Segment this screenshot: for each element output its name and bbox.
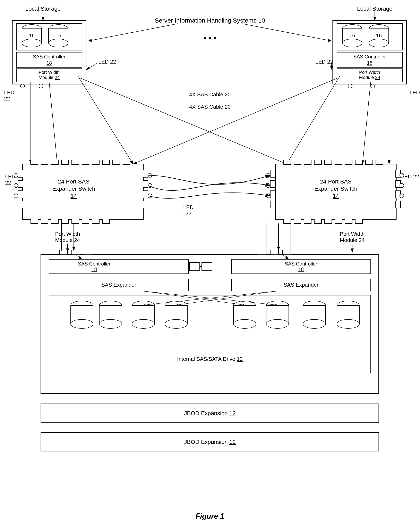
svg-rect-120 (325, 219, 332, 224)
svg-rect-121 (335, 219, 342, 224)
svg-text:• • •: • • • (203, 34, 216, 43)
svg-point-187 (165, 320, 187, 328)
svg-text:Module 24: Module 24 (39, 75, 60, 80)
svg-rect-151 (258, 250, 266, 255)
svg-rect-168 (189, 262, 200, 271)
svg-rect-97 (143, 191, 148, 198)
svg-text:Local Storage: Local Storage (25, 5, 61, 12)
svg-text:SAS Controller: SAS Controller (285, 261, 317, 267)
svg-rect-85 (82, 219, 89, 224)
svg-rect-118 (304, 219, 311, 224)
svg-rect-126 (270, 191, 275, 198)
svg-rect-76 (92, 160, 99, 164)
svg-text:24 Port SAS: 24 Port SAS (58, 178, 90, 185)
svg-rect-90 (18, 191, 23, 198)
svg-text:LED: LED (183, 204, 194, 210)
svg-point-199 (337, 320, 360, 328)
svg-rect-116 (284, 219, 291, 224)
svg-rect-111 (335, 160, 342, 164)
diagram-svg: Local Storage 16 16 SAS Controller 18 Po… (0, 0, 420, 531)
svg-rect-119 (314, 219, 321, 224)
svg-rect-112 (345, 160, 352, 164)
svg-rect-109 (314, 160, 321, 164)
svg-point-7 (22, 39, 42, 47)
svg-rect-107 (294, 160, 301, 164)
svg-rect-106 (284, 160, 291, 164)
svg-rect-84 (72, 219, 79, 224)
svg-rect-75 (82, 160, 89, 164)
svg-text:16: 16 (376, 32, 382, 39)
svg-point-31 (342, 39, 362, 47)
svg-point-93 (14, 183, 18, 188)
svg-point-137 (400, 194, 404, 198)
svg-text:14: 14 (70, 193, 77, 199)
svg-rect-83 (61, 219, 69, 224)
svg-text:JBOD Expansion 12: JBOD Expansion 12 (184, 439, 236, 445)
svg-rect-114 (365, 160, 373, 164)
svg-point-178 (71, 320, 93, 328)
svg-rect-70 (31, 160, 38, 164)
svg-point-24 (39, 84, 43, 88)
svg-rect-149 (72, 250, 80, 255)
svg-rect-72 (51, 160, 58, 164)
svg-text:LED 22: LED 22 (401, 174, 419, 180)
svg-point-184 (132, 320, 155, 328)
svg-point-136 (400, 183, 404, 188)
svg-text:LED 22: LED 22 (98, 59, 116, 65)
svg-rect-71 (41, 160, 48, 164)
svg-rect-169 (202, 262, 212, 271)
svg-text:Local Storage: Local Storage (357, 5, 392, 12)
svg-point-94 (14, 194, 18, 198)
svg-text:Module 24: Module 24 (359, 75, 380, 80)
svg-rect-127 (270, 201, 275, 208)
svg-rect-117 (294, 219, 301, 224)
svg-text:4X SAS Cable 20: 4X SAS Cable 20 (189, 104, 231, 110)
svg-text:22: 22 (185, 210, 192, 216)
svg-text:SAS Controller: SAS Controller (33, 54, 65, 60)
svg-text:Port Width: Port Width (55, 231, 80, 237)
svg-text:18: 18 (298, 267, 304, 272)
svg-rect-125 (270, 180, 275, 188)
svg-point-46 (348, 84, 352, 88)
svg-text:4X SAS Cable 20: 4X SAS Cable 20 (189, 91, 231, 97)
svg-point-196 (303, 320, 326, 328)
svg-rect-122 (345, 219, 352, 224)
svg-rect-80 (31, 219, 38, 224)
svg-point-11 (48, 39, 68, 47)
svg-rect-88 (18, 170, 23, 177)
svg-rect-160 (49, 259, 188, 274)
page-container: Local Storage 16 16 SAS Controller 18 Po… (0, 0, 420, 531)
svg-rect-153 (283, 250, 291, 255)
svg-rect-110 (325, 160, 332, 164)
svg-rect-96 (143, 180, 148, 188)
svg-text:Expander Switch: Expander Switch (314, 186, 357, 192)
svg-point-23 (20, 84, 25, 88)
svg-rect-77 (102, 160, 110, 164)
svg-text:JBOD Expansion 12: JBOD Expansion 12 (184, 410, 236, 416)
svg-rect-87 (102, 219, 110, 224)
svg-text:Module 24: Module 24 (55, 237, 80, 243)
svg-text:Figure 1: Figure 1 (195, 512, 224, 520)
svg-rect-74 (72, 160, 79, 164)
svg-rect-73 (61, 160, 69, 164)
svg-point-35 (369, 39, 389, 47)
svg-point-193 (266, 320, 289, 328)
svg-text:16: 16 (29, 32, 35, 39)
svg-text:LED 22: LED 22 (315, 59, 333, 65)
svg-text:22: 22 (5, 180, 11, 186)
svg-text:LED 22: LED 22 (410, 89, 420, 96)
svg-text:16: 16 (349, 32, 355, 39)
svg-rect-91 (18, 201, 23, 208)
svg-text:SAS Expander: SAS Expander (284, 282, 319, 288)
svg-rect-95 (143, 170, 148, 177)
svg-rect-148 (60, 250, 68, 255)
svg-text:18: 18 (91, 267, 97, 272)
svg-point-190 (233, 320, 256, 328)
svg-rect-152 (270, 250, 279, 255)
svg-text:18: 18 (367, 60, 373, 66)
svg-point-135 (400, 173, 404, 177)
svg-rect-98 (143, 201, 148, 208)
svg-rect-81 (41, 219, 48, 224)
svg-text:Port Width: Port Width (340, 231, 364, 237)
svg-rect-108 (304, 160, 311, 164)
